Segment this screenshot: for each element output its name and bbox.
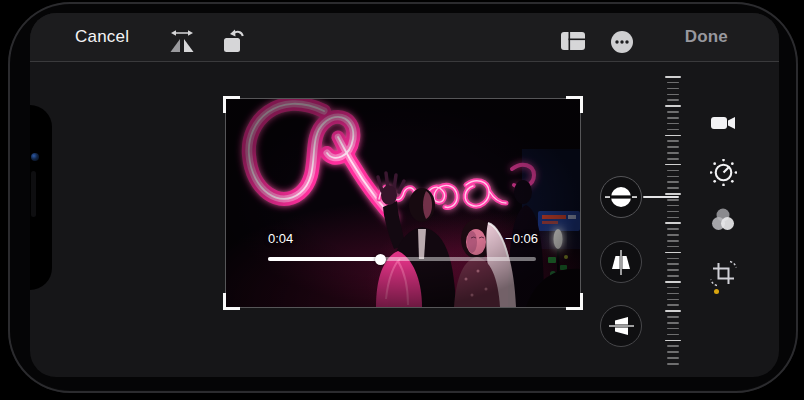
- dial-tick: [665, 310, 681, 312]
- dial-tick: [667, 129, 679, 131]
- aspect-ratio-icon: [560, 31, 586, 51]
- vertical-perspective-icon: [605, 246, 637, 278]
- dial-tick: [665, 252, 681, 254]
- adjust-mode-icon: [710, 159, 737, 186]
- front-camera: [31, 153, 39, 161]
- dial-tick: [667, 181, 679, 183]
- tab-adjust[interactable]: [706, 155, 740, 189]
- tab-video[interactable]: [706, 106, 740, 140]
- dial-tick: [667, 328, 679, 330]
- dial-tick: [667, 199, 679, 201]
- filters-mode-icon: [710, 207, 736, 233]
- flip-horizontal-button[interactable]: [167, 29, 197, 59]
- crop-mode-icon: [710, 260, 737, 287]
- crop-modified-dot: [714, 289, 719, 294]
- dial-tick: [667, 246, 679, 248]
- done-button[interactable]: Done: [685, 13, 728, 61]
- dial-tick: [667, 322, 679, 324]
- video-mode-icon: [710, 110, 736, 136]
- earpiece-speaker: [31, 171, 36, 217]
- dial-tick: [667, 187, 679, 189]
- horizontal-perspective-button[interactable]: [600, 305, 642, 347]
- iphone-frame: Cancel: [8, 2, 798, 393]
- video-scrubber[interactable]: [268, 257, 536, 261]
- dial-tick: [665, 76, 681, 78]
- straighten-button[interactable]: [600, 176, 642, 218]
- dial-tick: [667, 304, 679, 306]
- dial-tick: [667, 351, 679, 353]
- dial-tick: [667, 152, 679, 154]
- dial-tick: [667, 111, 679, 113]
- horizontal-perspective-icon: [605, 310, 637, 342]
- dial-tick: [665, 281, 681, 283]
- dial-tick: [667, 99, 679, 101]
- dial-tick: [665, 135, 681, 137]
- dial-tick: [667, 263, 679, 265]
- crop-handle-top-right[interactable]: [566, 96, 583, 113]
- dial-tick: [667, 170, 679, 172]
- dial-tick: [667, 217, 679, 219]
- rotate-button[interactable]: [220, 28, 246, 59]
- progress-fill: [268, 257, 381, 261]
- dial-tick: [665, 105, 681, 107]
- dial-tick: [665, 222, 681, 224]
- dial-tick: [667, 345, 679, 347]
- dial-tick: [667, 363, 679, 365]
- toolbar: Cancel: [30, 13, 779, 62]
- dial-tick: [667, 158, 679, 160]
- dial-value-indicator: [643, 196, 679, 198]
- straighten-icon: [605, 181, 637, 213]
- dial-tick: [667, 269, 679, 271]
- crop-handle-bottom-left[interactable]: [223, 293, 240, 310]
- crop-handle-bottom-right[interactable]: [566, 293, 583, 310]
- dial-tick: [667, 258, 679, 260]
- dial-tick: [667, 146, 679, 148]
- dial-tick: [667, 205, 679, 207]
- progress-thumb[interactable]: [375, 254, 386, 265]
- remaining-time: −0:06: [505, 231, 538, 246]
- crop-handle-top-left[interactable]: [223, 96, 240, 113]
- dial-tick: [667, 228, 679, 230]
- straighten-dial[interactable]: [660, 76, 686, 363]
- rotate-counterclockwise-icon: [220, 28, 246, 55]
- video-crop-area[interactable]: 0:04 −0:06: [226, 99, 580, 307]
- dial-tick: [667, 82, 679, 84]
- dial-tick: [667, 176, 679, 178]
- dial-tick: [667, 299, 679, 301]
- vertical-perspective-button[interactable]: [600, 241, 642, 283]
- dial-tick: [667, 287, 679, 289]
- elapsed-time: 0:04: [268, 231, 293, 246]
- dial-tick: [667, 334, 679, 336]
- dial-tick: [667, 275, 679, 277]
- dial-tick: [667, 94, 679, 96]
- dial-tick: [667, 211, 679, 213]
- dial-tick: [667, 316, 679, 318]
- dial-tick: [667, 88, 679, 90]
- cancel-button[interactable]: Cancel: [75, 13, 129, 61]
- more-options-icon: [610, 30, 634, 54]
- dial-tick: [667, 123, 679, 125]
- dial-tick: [667, 234, 679, 236]
- video-frame-preview: [226, 99, 580, 307]
- dial-tick: [667, 240, 679, 242]
- tab-crop[interactable]: [706, 256, 740, 290]
- dial-tick: [667, 293, 679, 295]
- dial-tick: [667, 140, 679, 142]
- tab-filters[interactable]: [706, 203, 740, 237]
- dial-tick: [665, 193, 681, 195]
- dial-tick: [665, 340, 681, 342]
- flip-horizontal-icon: [167, 29, 197, 55]
- dial-tick: [667, 117, 679, 119]
- dial-tick: [667, 357, 679, 359]
- aspect-ratio-button[interactable]: [560, 31, 586, 55]
- more-options-button[interactable]: [610, 30, 634, 58]
- dial-tick: [665, 164, 681, 166]
- notch: [30, 105, 52, 290]
- stage: Cancel: [0, 0, 804, 400]
- screen: Cancel: [30, 13, 779, 377]
